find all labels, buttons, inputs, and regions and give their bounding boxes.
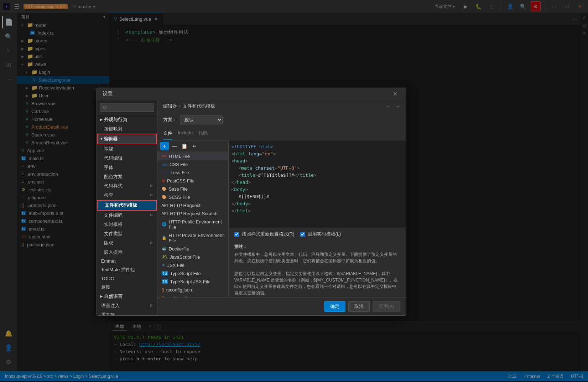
file-template-dockerfile[interactable]: 🐳 Dockerfile	[157, 245, 228, 253]
reformat-checkbox-row: 按照样式重新设置格式(R)	[234, 231, 295, 237]
preview-line: <head>	[231, 158, 403, 165]
file-list: <> HTML File css CSS File less Less File	[157, 152, 228, 297]
item-label: JavaScript File	[170, 254, 200, 260]
settings-modal: 设置 ✕ ▶ 外观与行为 按键映射	[97, 88, 406, 316]
item-icon: ⚙	[150, 304, 153, 308]
settings-item-file-templates[interactable]: 文件和代码模板	[97, 200, 157, 211]
item-label: CSS File	[170, 162, 188, 167]
docker-icon: 🐳	[162, 247, 167, 251]
code-preview[interactable]: <!DOCTYPE html> <html lang="en"> <head> …	[229, 140, 406, 228]
settings-item-font[interactable]: 字体	[97, 163, 157, 172]
modal-footer: 确定 取消 应用(A)	[157, 297, 406, 315]
file-template-tsx[interactable]: TS TypeScript JSX File	[157, 278, 228, 286]
settings-item-general[interactable]: 常规	[97, 144, 157, 154]
settings-item-copyright[interactable]: 版权 ⚙	[97, 238, 157, 248]
settings-item-live-templates[interactable]: 实时模板	[97, 220, 157, 229]
item-label: Less File	[171, 170, 189, 175]
item-label: PostCSS File	[167, 178, 194, 184]
file-template-html[interactable]: <> HTML File	[157, 152, 228, 160]
file-template-sass[interactable]: 🎨 Sass File	[157, 185, 228, 193]
settings-item-fileencoding[interactable]: 文件编码 ⚙	[97, 211, 157, 220]
settings-item-filetypes[interactable]: 文件类型	[97, 229, 157, 238]
item-label: 按键映射	[104, 126, 123, 131]
item-label: HTTP Request Scratch	[170, 211, 217, 216]
settings-section-editor[interactable]: ▾ 编辑器	[97, 134, 157, 144]
api-icon2: API	[162, 211, 168, 216]
chevron-down-icon: ▾	[100, 137, 102, 141]
reset-template-button[interactable]: ↩	[190, 142, 199, 150]
settings-item-inspection[interactable]: 检查 ⚙	[97, 191, 157, 200]
item-label: TypeScript JSX File	[170, 279, 210, 284]
apply-button[interactable]: 应用(A)	[373, 301, 400, 312]
settings-item-langinject[interactable]: 语言注入 ⚙	[97, 301, 157, 310]
file-template-http-private[interactable]: 🔒 HTTP Private Environment File	[157, 231, 228, 245]
remove-template-button[interactable]: —	[170, 142, 179, 150]
ts-icon2: TS	[162, 271, 168, 275]
settings-search-input[interactable]	[100, 103, 154, 112]
cancel-button[interactable]: 取消	[348, 301, 370, 312]
http-pub-icon: 🌐	[162, 222, 167, 227]
back-button[interactable]: ←	[386, 103, 391, 109]
item-label: 版权	[104, 240, 113, 246]
confirm-button[interactable]: 确定	[324, 301, 345, 312]
scheme-label: 方案：	[163, 117, 177, 123]
file-template-ts[interactable]: TS TypeScript File	[157, 269, 228, 278]
add-template-button[interactable]: +	[160, 142, 169, 150]
js-icon: JS	[162, 255, 168, 259]
preview-line: <html lang="en">	[231, 150, 403, 158]
modal-header: 设置 ✕	[97, 88, 406, 100]
settings-item-emmet[interactable]: Emmet	[97, 257, 157, 265]
file-template-postcss[interactable]: ⊕ PostCSS File	[157, 177, 228, 185]
scss-icon: 🎨	[162, 195, 167, 200]
file-template-scss[interactable]: 🎨 SCSS File	[157, 193, 228, 201]
file-template-package-json[interactable]: {} package.json	[157, 294, 228, 297]
settings-section-naturallang[interactable]: ▶ 自然语言	[97, 292, 157, 301]
tab-code[interactable]: 代码	[198, 127, 208, 140]
scheme-select[interactable]: 默认	[180, 115, 223, 124]
item-label: SCSS File	[169, 195, 190, 200]
forward-button[interactable]: →	[396, 103, 400, 109]
tab-include[interactable]: Include	[178, 127, 193, 140]
live-templates-checkbox-row: 启用实时模板(L)	[300, 231, 341, 237]
item-label: HTML File	[169, 154, 190, 159]
item-label: HTTP Public Environment File	[169, 219, 224, 230]
breadcrumb-editor[interactable]: 编辑器	[163, 103, 177, 109]
file-template-tsconfig[interactable]: {} tsconfig.json	[157, 286, 228, 294]
file-template-less[interactable]: less Less File	[157, 169, 228, 177]
item-label: tsconfig.json	[166, 287, 192, 293]
postcss-icon: ⊕	[162, 179, 165, 183]
file-template-http-request[interactable]: API HTTP Request	[157, 201, 228, 210]
file-template-js[interactable]: JS JavaScript File	[157, 253, 228, 261]
file-template-http-scratch[interactable]: API HTTP Request Scratch	[157, 210, 228, 218]
copy-template-button[interactable]: 📋	[180, 142, 189, 150]
settings-item-inlay-hints[interactable]: 嵌入提示	[97, 248, 157, 257]
item-label: JSX File	[167, 263, 184, 268]
settings-item-colorscheme[interactable]: 配色方案	[97, 172, 157, 181]
settings-item-codestyle[interactable]: 代码样式 ⚙	[97, 181, 157, 191]
settings-item-codeeditor[interactable]: 代码编辑	[97, 154, 157, 163]
settings-breadcrumb: 编辑器 › 文件和代码模板 ← →	[157, 100, 406, 113]
settings-item-keymapping[interactable]: 按键映射	[97, 124, 157, 134]
item-label: Dockerfile	[169, 246, 189, 252]
template-description: 描述： 在文件模板中，您可以使用文本、代码、注释和预定义变量。下面提供了预定义变…	[229, 240, 406, 297]
file-template-jsx[interactable]: ⚛ JSX File	[157, 261, 228, 269]
sass-icon: 🎨	[162, 187, 167, 191]
settings-section-appearance[interactable]: ▶ 外观与行为	[97, 115, 157, 124]
breadcrumb-templates[interactable]: 文件和代码模板	[183, 103, 215, 109]
item-label: Sass File	[169, 186, 188, 192]
tab-files[interactable]: 文件	[163, 127, 172, 140]
live-templates-label: 启用实时模板(L)	[308, 231, 341, 237]
modal-body: ▶ 外观与行为 按键映射 ▾ 编辑器 常规 代码编辑 字体 配色方案	[97, 100, 406, 315]
settings-item-textmate[interactable]: TextMate 插件包	[97, 265, 157, 274]
file-template-css[interactable]: css CSS File	[157, 160, 228, 169]
settings-modal-overlay[interactable]: 设置 ✕ ▶ 外观与行为 按键映射	[0, 0, 588, 382]
reformat-checkbox[interactable]	[234, 232, 239, 237]
modal-close-button[interactable]: ✕	[390, 89, 400, 99]
settings-item-intentions[interactable]: 意图	[97, 283, 157, 292]
item-label: HTTP Request	[170, 203, 201, 208]
file-template-http-public[interactable]: 🌐 HTTP Public Environment File	[157, 218, 228, 231]
settings-item-duplicates[interactable]: 重复项	[97, 310, 157, 315]
settings-item-todo[interactable]: TODO	[97, 274, 157, 283]
modal-right-panel: 编辑器 › 文件和代码模板 ← → 方案： 默认 文件 I	[157, 100, 406, 315]
live-templates-checkbox[interactable]	[300, 232, 305, 237]
